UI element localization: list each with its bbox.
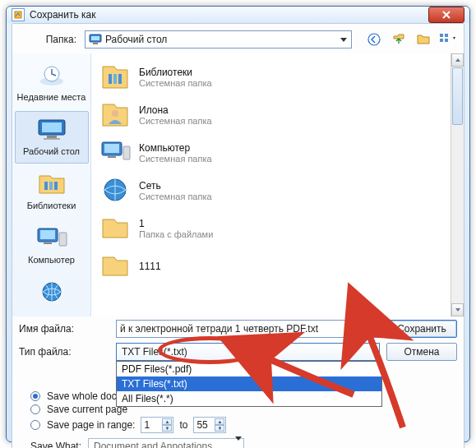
scroll-thumb[interactable] — [452, 67, 463, 125]
new-folder-icon[interactable] — [414, 30, 432, 48]
list-item[interactable]: 1Папка с файлами — [95, 210, 447, 247]
svg-rect-24 — [113, 74, 117, 84]
cancel-button[interactable]: Отмена — [386, 343, 457, 361]
svg-rect-16 — [49, 182, 53, 190]
radio-save-whole[interactable] — [30, 391, 40, 401]
svg-point-26 — [112, 110, 118, 117]
place-label: Библиотеки — [17, 201, 86, 210]
place-recent[interactable]: Недавние места — [15, 57, 89, 109]
list-item[interactable]: ИлонаСистемная папка — [95, 96, 447, 134]
libraries-icon — [35, 171, 68, 197]
libraries-icon — [98, 60, 132, 95]
network-icon — [35, 279, 68, 306]
window-title: Сохранить как — [30, 9, 428, 21]
folder-toolbar: Папка: Рабочий стол — [12, 24, 464, 53]
place-network[interactable] — [15, 274, 89, 316]
filetype-combo[interactable]: TXT Files(*.txt) — [116, 343, 380, 361]
chevron-down-icon — [338, 34, 349, 45]
svg-rect-25 — [118, 74, 122, 84]
svg-rect-23 — [109, 74, 112, 84]
computer-icon — [35, 225, 68, 252]
save-what-label: Save What: — [30, 441, 81, 448]
filetype-value: TXT Files(*.txt) — [122, 346, 187, 358]
file-subtitle: Системная папка — [139, 154, 212, 164]
svg-rect-8 — [445, 39, 448, 42]
file-subtitle: Системная папка — [139, 192, 212, 201]
svg-point-4 — [368, 34, 380, 45]
titlebar[interactable]: Сохранить как — [7, 7, 469, 23]
svg-rect-28 — [104, 144, 119, 153]
range-from-input[interactable]: 1▲▼ — [141, 417, 173, 433]
scroll-track[interactable] — [451, 126, 464, 303]
file-name: Илона — [139, 104, 212, 116]
svg-rect-13 — [47, 136, 57, 138]
svg-rect-7 — [445, 34, 448, 37]
file-name: Библиотеки — [139, 67, 212, 78]
svg-rect-19 — [40, 230, 55, 239]
save-what-combo[interactable]: Document and Annotations — [88, 438, 244, 448]
svg-rect-30 — [123, 146, 130, 159]
file-subtitle: Системная папка — [139, 78, 212, 88]
svg-rect-20 — [44, 242, 52, 244]
folder-icon — [98, 249, 132, 284]
file-list[interactable]: БиблиотекиСистемная папка ИлонаСистемная… — [91, 53, 464, 316]
back-icon[interactable] — [365, 30, 383, 48]
desktop-icon — [35, 117, 68, 143]
file-name: Компьютер — [139, 142, 212, 154]
filetype-dropdown[interactable]: PDF Files(*.pdf) TXT Files(*.txt) All Fi… — [116, 361, 382, 407]
recent-icon — [35, 62, 68, 89]
folder-label: Папка: — [19, 34, 76, 45]
close-button[interactable] — [428, 7, 464, 23]
radio-save-range[interactable] — [30, 420, 40, 430]
scroll-down-icon[interactable] — [451, 303, 464, 316]
svg-rect-14 — [44, 138, 60, 140]
filename-input[interactable] — [116, 320, 380, 338]
save-what-value: Document and Annotations — [94, 441, 212, 448]
place-label: Компьютер — [17, 255, 86, 265]
radio-save-current[interactable] — [30, 404, 40, 414]
list-item[interactable]: СетьСистемная папка — [95, 172, 447, 210]
chevron-down-icon — [235, 441, 242, 448]
place-label: Недавние места — [17, 92, 86, 102]
dialog-body: Папка: Рабочий стол — [12, 23, 464, 448]
view-menu-icon[interactable] — [439, 30, 457, 48]
main-split: Недавние места Рабочий стол Библиотеки — [12, 53, 464, 316]
bottom-form: Имя файла: Сохранить Тип файла: TXT File… — [12, 316, 464, 448]
file-name: 1111 — [139, 261, 161, 272]
app-icon — [12, 8, 25, 21]
range-to-label: to — [179, 419, 187, 431]
save-button[interactable]: Сохранить — [386, 320, 457, 338]
up-icon[interactable] — [390, 30, 408, 48]
filetype-option[interactable]: PDF Files(*.pdf) — [117, 362, 381, 376]
filetype-option[interactable]: TXT Files(*.txt) — [117, 376, 381, 391]
place-computer[interactable]: Компьютер — [15, 219, 89, 272]
svg-rect-12 — [42, 122, 62, 132]
file-subtitle: Папка с файлами — [139, 229, 213, 239]
radio-label: Save page in range: — [47, 419, 135, 431]
file-subtitle: Системная папка — [139, 116, 212, 126]
list-item[interactable]: 1111 — [95, 247, 447, 285]
save-as-dialog: Сохранить как Папка: Рабочий стол — [6, 6, 470, 442]
svg-rect-21 — [59, 233, 67, 246]
user-folder-icon — [98, 98, 132, 132]
place-libraries[interactable]: Библиотеки — [15, 165, 89, 218]
place-desktop[interactable]: Рабочий стол — [15, 111, 89, 164]
vertical-scrollbar[interactable] — [451, 53, 464, 316]
file-name: 1 — [139, 218, 213, 229]
place-label: Рабочий стол — [17, 146, 86, 156]
places-bar: Недавние места Рабочий стол Библиотеки — [12, 53, 91, 316]
range-to-input[interactable]: 55▲▼ — [193, 417, 226, 433]
svg-rect-29 — [108, 156, 116, 158]
list-item[interactable]: КомпьютерСистемная папка — [95, 134, 447, 172]
filetype-option[interactable]: All Files(*.*) — [117, 391, 381, 406]
computer-icon — [98, 136, 132, 170]
svg-rect-2 — [91, 36, 99, 40]
folder-icon — [98, 211, 132, 246]
chevron-down-icon — [370, 347, 377, 358]
scroll-up-icon[interactable] — [451, 53, 464, 67]
folder-combo[interactable]: Рабочий стол — [85, 30, 352, 48]
network-icon — [98, 173, 132, 208]
svg-rect-5 — [440, 34, 443, 37]
list-item[interactable]: БиблиотекиСистемная папка — [95, 58, 447, 96]
filename-label: Имя файла: — [19, 323, 109, 335]
